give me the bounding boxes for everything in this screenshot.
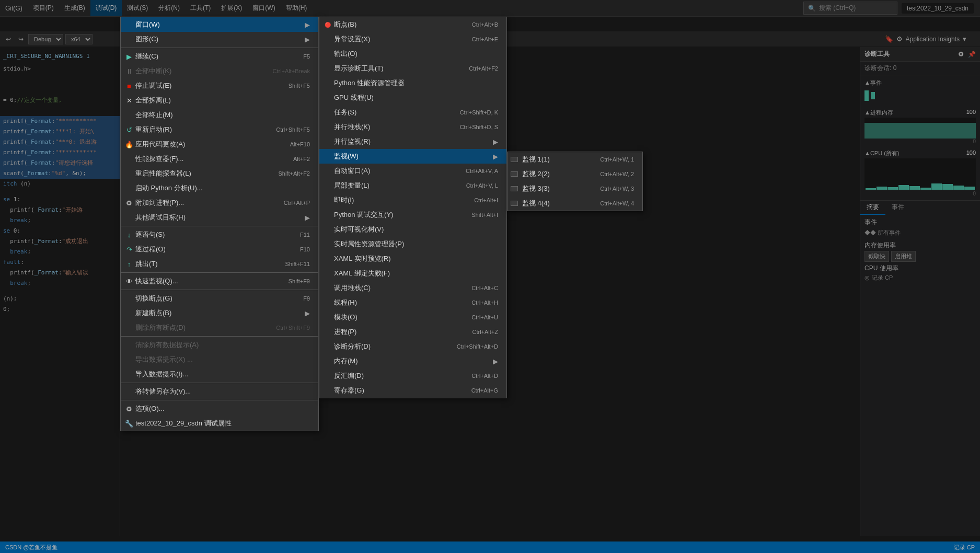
quick-watch-icon: 👁 (124, 278, 134, 285)
window-sub-watch[interactable]: 监视(W) ▶ (319, 149, 506, 164)
menu-item-toggle-bp[interactable]: 切换断点(G) F9 (121, 291, 318, 306)
watch3-item[interactable]: 监视 3(3) Ctrl+Alt+W, 3 (508, 181, 642, 196)
menu-item-step-into[interactable]: ↓ 逐语句(S) F11 (121, 227, 318, 242)
restart-icon: ↺ (124, 126, 134, 134)
watch1-item[interactable]: 监视 1(1) Ctrl+Alt+W, 1 (508, 152, 642, 167)
submenu-arrow: ▶ (305, 21, 310, 29)
detach-icon: ✕ (124, 97, 134, 105)
window-sub-breakpoints[interactable]: 🔴 断点(B) Ctrl+Alt+B (319, 17, 506, 32)
menu-item-stop-debug[interactable]: ■ 停止调试(E) Shift+F5 (121, 78, 318, 93)
window-sub-memory[interactable]: 内存(M) ▶ (319, 354, 506, 368)
window-sub-modules[interactable]: 模块(O) Ctrl+Alt+U (319, 310, 506, 325)
window-sub-py-perf[interactable]: Python 性能资源管理器 (319, 76, 506, 90)
window-submenu: 🔴 断点(B) Ctrl+Alt+B 异常设置(X) Ctrl+Alt+E 输出… (319, 17, 507, 398)
window-sub-processes[interactable]: 进程(P) Ctrl+Alt+Z (319, 325, 506, 339)
submenu-arrow: ▶ (493, 153, 498, 160)
window-sub-gpu-thread[interactable]: GPU 线程(U) (319, 90, 506, 105)
menu-item-attach-process[interactable]: ⚙ 附加到进程(P)... Ctrl+Alt+P (121, 195, 318, 210)
submenu-arrow: ▶ (493, 138, 498, 146)
menu-item-break-all: ⏸ 全部中断(K) Ctrl+Alt+Break (121, 64, 318, 78)
debug-dropdown-menu: 窗口(W) ▶ 图形(C) ▶ ▶ 继续(C) F5 ⏸ 全部中断(K) Ctr… (120, 17, 319, 431)
watch2-item[interactable]: 监视 2(2) Ctrl+Alt+W, 2 (508, 167, 642, 181)
window-sub-immediate[interactable]: 即时(I) Ctrl+Alt+I (319, 193, 506, 208)
window-sub-parallel-watch[interactable]: 并行监视(R) ▶ (319, 134, 506, 149)
window-sub-live-props[interactable]: 实时属性资源管理器(P) (319, 237, 506, 251)
submenu-arrow: ▶ (305, 214, 310, 222)
separator (121, 272, 318, 273)
menu-item-window[interactable]: 窗口(W) ▶ (121, 17, 318, 32)
separator (121, 48, 318, 48)
window-sub-py-debug[interactable]: Python 调试交互(Y) Shift+Alt+I (319, 208, 506, 222)
window-sub-live-visual[interactable]: 实时可视化树(V) (319, 222, 506, 237)
step-into-icon: ↓ (124, 231, 134, 239)
separator (121, 383, 318, 383)
stop-icon: ■ (124, 82, 134, 90)
submenu-arrow: ▶ (305, 36, 310, 43)
attach-icon: ⚙ (124, 199, 134, 207)
window-sub-xaml-binding[interactable]: XAML 绑定失败(F) (319, 266, 506, 281)
separator (121, 400, 318, 400)
window-sub-output[interactable]: 输出(O) (319, 47, 506, 61)
window-sub-threads[interactable]: 线程(H) Ctrl+Alt+H (319, 295, 506, 310)
menu-item-restart[interactable]: ↺ 重新启动(R) Ctrl+Shift+F5 (121, 122, 318, 137)
menu-item-restart-perf[interactable]: 重启性能探查器(L) Shift+Alt+F2 (121, 166, 318, 181)
window-sub-tasks[interactable]: 任务(S) Ctrl+Shift+D, K (319, 105, 506, 120)
submenu-arrow: ▶ (493, 358, 498, 365)
window-sub-diag-analysis[interactable]: 诊断分析(D) Ctrl+Shift+Alt+D (319, 339, 506, 354)
breakpoints-icon: 🔴 (322, 22, 333, 28)
menu-item-delete-all-bp: 删除所有断点(D) Ctrl+Shift+F9 (121, 320, 318, 335)
window-sub-auto[interactable]: 自动窗口(A) Ctrl+Alt+V, A (319, 164, 506, 178)
menu-item-options[interactable]: ⚙ 选项(O)... (121, 401, 318, 416)
window-sub-parallel-stacks[interactable]: 并行堆栈(K) Ctrl+Shift+D, S (319, 120, 506, 134)
watch3-icon (511, 186, 518, 191)
step-out-icon: ↑ (124, 260, 134, 268)
window-sub-disassembly[interactable]: 反汇编(D) Ctrl+Alt+D (319, 368, 506, 383)
menu-item-new-bp[interactable]: 新建断点(B) ▶ (121, 306, 318, 320)
menu-item-terminate-all[interactable]: 全部终止(M) (121, 108, 318, 122)
menu-item-step-over[interactable]: ↷ 逐过程(O) F10 (121, 242, 318, 257)
menu-item-export-datatips: 导出数据提示(X) ... (121, 352, 318, 367)
step-over-icon: ↷ (124, 246, 134, 254)
separator (121, 226, 318, 226)
separator (121, 290, 318, 290)
menu-item-apply-code[interactable]: 🔥 应用代码更改(A) Alt+F10 (121, 137, 318, 152)
debug-props-icon: 🔧 (124, 420, 134, 428)
menu-item-detach-all[interactable]: ✕ 全部拆离(L) (121, 93, 318, 108)
window-sub-diag-tools[interactable]: 显示诊断工具(T) Ctrl+Alt+F2 (319, 61, 506, 76)
menu-item-other-targets[interactable]: 其他调试目标(H) ▶ (121, 210, 318, 225)
window-sub-exception-settings[interactable]: 异常设置(X) Ctrl+Alt+E (319, 32, 506, 47)
menu-item-debug-props[interactable]: 🔧 test2022_10_29_csdn 调试属性 (121, 416, 318, 431)
window-sub-xaml-preview[interactable]: XAML 实时预览(R) (319, 251, 506, 266)
window-sub-registers[interactable]: 寄存器(G) Ctrl+Alt+G (319, 383, 506, 398)
separator (121, 336, 318, 337)
menu-item-continue[interactable]: ▶ 继续(C) F5 (121, 49, 318, 64)
menu-item-import-datatips[interactable]: 导入数据提示(I)... (121, 367, 318, 382)
watch-submenu: 监视 1(1) Ctrl+Alt+W, 1 监视 2(2) Ctrl+Alt+W… (507, 152, 643, 211)
menu-item-save-dump[interactable]: 将转储另存为(V)... (121, 384, 318, 399)
watch1-icon (511, 157, 518, 162)
menu-item-quick-watch[interactable]: 👁 快速监视(Q)... Shift+F9 (121, 274, 318, 289)
window-sub-locals[interactable]: 局部变量(L) Ctrl+Alt+V, L (319, 178, 506, 193)
watch2-icon (511, 171, 518, 177)
pause-icon: ⏸ (124, 67, 134, 75)
window-sub-call-stack[interactable]: 调用堆栈(C) Ctrl+Alt+C (319, 281, 506, 295)
watch4-icon (511, 201, 518, 206)
watch4-item[interactable]: 监视 4(4) Ctrl+Alt+W, 4 (508, 196, 642, 211)
menu-item-graphics[interactable]: 图形(C) ▶ (121, 32, 318, 47)
menu-item-perf-profiler[interactable]: 性能探查器(F)... Alt+F2 (121, 152, 318, 166)
play-icon: ▶ (124, 53, 134, 61)
apply-code-icon: 🔥 (124, 141, 134, 148)
menu-item-python-analyze[interactable]: 启动 Python 分析(U)... (121, 181, 318, 195)
menu-item-clear-datatips: 清除所有数据提示(A) (121, 338, 318, 352)
submenu-arrow: ▶ (305, 309, 310, 317)
options-icon: ⚙ (124, 405, 134, 413)
menu-item-step-out[interactable]: ↑ 跳出(T) Shift+F11 (121, 257, 318, 271)
